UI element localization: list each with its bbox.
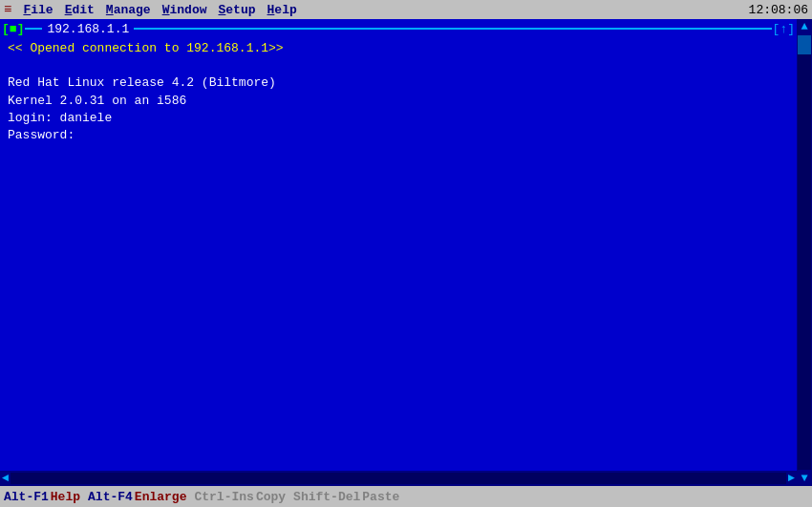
hscrollbar-track <box>11 473 786 484</box>
terminal-title: 192.168.1.1 <box>43 22 133 36</box>
hscrollbar-left-button[interactable]: ◄ <box>0 472 11 485</box>
clock: 12:08:06 <box>749 3 808 17</box>
menu-bar: ≡ File Edit Manage Window Setup Help 12:… <box>0 0 812 19</box>
title-left-bracket: [ <box>2 22 10 36</box>
term-line-2: Red Hat Linux release 4.2 (Biltmore) <box>8 74 789 92</box>
title-up-arrow: ↑ <box>780 22 787 36</box>
status-alt-f1[interactable]: Alt-F1 Help <box>4 490 80 504</box>
scrollbar-down-button[interactable]: ▼ <box>801 471 807 486</box>
title-right-bracket: [ <box>773 22 780 36</box>
title-indicator: ■ <box>10 22 17 36</box>
status-label-paste: Paste <box>362 490 399 504</box>
menu-edit[interactable]: Edit <box>59 3 100 17</box>
menu-manage[interactable]: Manage <box>100 3 157 17</box>
title-line-left <box>25 28 42 30</box>
status-key-ctrlins: Ctrl-Ins <box>194 490 253 504</box>
title-line-right <box>134 28 771 30</box>
term-line-0: << Opened connection to 192.168.1.1>> <box>8 40 789 57</box>
title-left-bracket-close: ] <box>17 22 25 36</box>
status-bar: Alt-F1 Help Alt-F4 Enlarge Ctrl-Ins Copy… <box>0 486 812 507</box>
menu-setup[interactable]: Setup <box>213 3 262 17</box>
terminal-output: << Opened connection to 192.168.1.1>> Re… <box>0 38 797 471</box>
term-line-4: login: daniele <box>8 110 789 127</box>
term-line-1 <box>8 57 789 74</box>
menu-file[interactable]: File <box>17 3 58 17</box>
scrollbar-thumb[interactable] <box>798 35 811 54</box>
term-line-5: Password: <box>8 127 789 144</box>
status-key-altf4: Alt-F4 <box>88 490 133 504</box>
menu-window[interactable]: Window <box>157 3 213 17</box>
status-shift-del[interactable]: Shift-Del Paste <box>293 490 399 504</box>
title-right-bracket-close: ] <box>787 22 795 36</box>
term-line-3: Kernel 2.0.31 on an i586 <box>8 93 789 110</box>
vertical-scrollbar[interactable]: ▲ ▼ <box>797 19 812 486</box>
terminal-title-bar: [ ■ ] 192.168.1.1 [ ↑ ] <box>0 19 812 38</box>
status-ctrl-ins[interactable]: Ctrl-Ins Copy <box>194 490 286 504</box>
hscrollbar-right-button[interactable]: ► <box>786 472 797 485</box>
status-label-enlarge: Enlarge <box>135 490 187 504</box>
status-label-help: Help <box>51 490 80 504</box>
status-key-altf1: Alt-F1 <box>4 490 49 504</box>
scrollbar-track <box>798 35 811 470</box>
horizontal-scrollbar[interactable]: ◄ ► <box>0 471 797 486</box>
menu-help[interactable]: Help <box>262 3 303 17</box>
menu-icon: ≡ <box>4 2 11 17</box>
scrollbar-up-button[interactable]: ▲ <box>801 19 807 34</box>
status-alt-f4[interactable]: Alt-F4 Enlarge <box>88 490 186 504</box>
status-key-shiftdel: Shift-Del <box>293 490 360 504</box>
status-label-copy: Copy <box>256 490 286 504</box>
menu-items: ≡ File Edit Manage Window Setup Help <box>4 2 303 17</box>
terminal-window: [ ■ ] 192.168.1.1 [ ↑ ] ▲ ▼ << Opened co… <box>0 19 812 486</box>
